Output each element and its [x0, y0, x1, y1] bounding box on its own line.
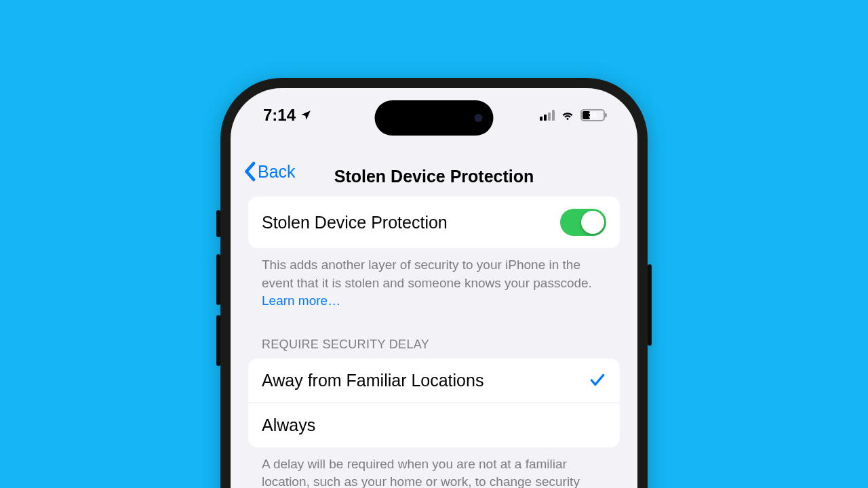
- cellular-icon: [540, 110, 555, 121]
- dynamic-island: [375, 100, 494, 136]
- mute-switch[interactable]: [216, 210, 220, 237]
- protection-footer-text: This adds another layer of security to y…: [262, 258, 592, 290]
- delay-options-card: Away from Familiar Locations Always: [248, 359, 620, 447]
- delay-section-header: REQUIRE SECURITY DELAY: [248, 310, 620, 359]
- location-icon: [300, 109, 312, 121]
- protection-toggle-row[interactable]: Stolen Device Protection: [248, 197, 620, 248]
- delay-option-always[interactable]: Always: [248, 403, 620, 447]
- back-label: Back: [258, 162, 296, 182]
- protection-toggle-switch[interactable]: [560, 209, 606, 236]
- volume-down-button[interactable]: [216, 315, 220, 366]
- delay-option-away[interactable]: Away from Familiar Locations: [248, 359, 620, 403]
- protection-toggle-card: Stolen Device Protection: [248, 197, 620, 248]
- phone-frame: 7:14 34 Back: [220, 78, 648, 488]
- volume-up-button[interactable]: [216, 254, 220, 305]
- chevron-left-icon: [243, 161, 256, 182]
- delay-footer: A delay will be required when you are no…: [248, 447, 620, 488]
- wifi-icon: [560, 108, 575, 123]
- battery-percent: 34: [582, 110, 604, 120]
- status-time: 7:14: [263, 106, 296, 125]
- battery-icon: 34: [580, 109, 605, 121]
- protection-footer: This adds another layer of security to y…: [248, 248, 620, 310]
- protection-toggle-label: Stolen Device Protection: [262, 213, 448, 232]
- power-button[interactable]: [648, 264, 652, 346]
- delay-option-label: Always: [262, 415, 315, 435]
- delay-option-label: Away from Familiar Locations: [262, 371, 484, 390]
- screen: 7:14 34 Back: [231, 88, 637, 488]
- checkmark-icon: [589, 371, 606, 389]
- page-title: Stolen Device Protection: [334, 167, 534, 186]
- back-button[interactable]: Back: [243, 161, 296, 182]
- learn-more-link[interactable]: Learn more…: [262, 293, 340, 308]
